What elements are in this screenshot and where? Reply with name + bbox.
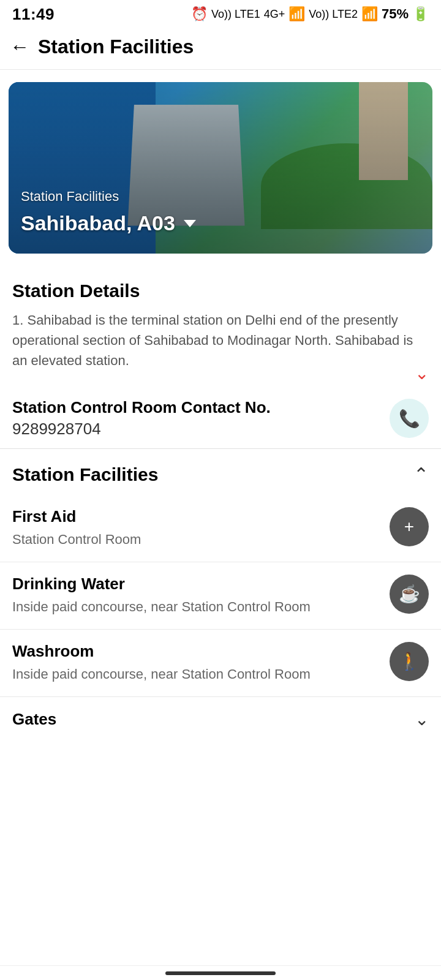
signal3-icon: Vo)) LTE2 (309, 8, 358, 21)
contact-number: 9289928704 (12, 420, 271, 439)
washroom-icon-button[interactable]: 🚶 (390, 642, 429, 681)
alarm-icon: ⏰ (191, 6, 208, 22)
plus-icon: + (404, 517, 414, 537)
gates-expand-icon[interactable]: ⌄ (415, 709, 429, 729)
signal2-icon: 📶 (288, 6, 305, 22)
facility-washroom-name: Washroom (12, 642, 311, 661)
station-details-title: Station Details (12, 281, 429, 301)
facilities-section-header: Station Facilities ⌃ (0, 449, 441, 495)
contact-info: Station Control Room Contact No. 9289928… (12, 398, 271, 439)
facility-item-gates-partial: Gates ⌄ (0, 697, 441, 729)
network-icon: 4G+ (264, 8, 285, 21)
washroom-person-icon: 🚶 (399, 651, 420, 671)
back-button[interactable]: ← (10, 36, 29, 58)
bottom-nav-bar (0, 965, 441, 980)
facility-drinking-water-name: Drinking Water (12, 575, 311, 594)
signal4-icon: 📶 (361, 6, 378, 22)
page-header: ← Station Facilities (0, 27, 441, 70)
gates-name: Gates (12, 710, 56, 729)
battery-percentage: 75% (382, 6, 409, 22)
status-icons: ⏰ Vo)) LTE1 4G+ 📶 Vo)) LTE2 📶 75% 🔋 (191, 6, 429, 22)
facility-first-aid-desc: Station Control Room (12, 530, 141, 549)
facility-washroom-text: Washroom Inside paid concourse, near Sta… (12, 642, 311, 684)
status-bar: 11:49 ⏰ Vo)) LTE1 4G+ 📶 Vo)) LTE2 📶 75% … (0, 0, 441, 27)
facility-first-aid-text: First Aid Station Control Room (12, 507, 141, 549)
contact-label: Station Control Room Contact No. (12, 398, 271, 417)
first-aid-icon-button[interactable]: + (390, 507, 429, 546)
chevron-down-red-icon[interactable]: ⌄ (415, 363, 429, 383)
battery-icon: 🔋 (412, 6, 429, 22)
facility-drinking-water-text: Drinking Water Inside paid concourse, ne… (12, 575, 311, 617)
cup-icon: ☕ (399, 584, 420, 604)
station-description-text: 1. Sahibabad is the terminal station on … (12, 310, 429, 371)
drinking-water-icon-button[interactable]: ☕ (390, 575, 429, 614)
facility-first-aid-name: First Aid (12, 507, 141, 526)
facility-item-washroom: Washroom Inside paid concourse, near Sta… (0, 630, 441, 697)
contact-row: Station Control Room Contact No. 9289928… (12, 394, 429, 439)
hero-subtitle-text: Station Facilities (21, 189, 119, 205)
hero-station-name: Sahibabad, A03 (21, 211, 196, 235)
signal-icon: Vo)) LTE1 (211, 8, 260, 21)
page-title: Station Facilities (38, 36, 194, 58)
facilities-title: Station Facilities (12, 464, 158, 485)
facility-washroom-desc: Inside paid concourse, near Station Cont… (12, 665, 311, 684)
phone-icon: 📞 (399, 409, 420, 429)
station-details-section: Station Details 1. Sahibabad is the term… (0, 266, 441, 448)
hero-image: Station Facilities Sahibabad, A03 (9, 82, 432, 254)
facilities-collapse-button[interactable]: ⌃ (413, 464, 429, 485)
status-time: 11:49 (12, 5, 55, 24)
station-selector-chevron[interactable] (184, 220, 196, 227)
facility-drinking-water-desc: Inside paid concourse, near Station Cont… (12, 597, 311, 617)
facility-item-first-aid: First Aid Station Control Room + (0, 495, 441, 562)
facility-item-drinking-water: Drinking Water Inside paid concourse, ne… (0, 562, 441, 630)
home-indicator (165, 971, 276, 975)
call-button[interactable]: 📞 (390, 399, 429, 438)
